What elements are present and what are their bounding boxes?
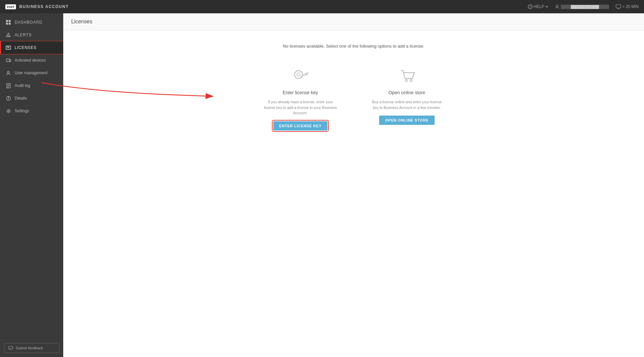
eset-logo: eset <box>5 4 16 9</box>
open-store-option: Open online store Buy a license online a… <box>370 65 444 125</box>
sidebar-item-user-management[interactable]: User management <box>0 67 63 79</box>
enter-license-title: Enter license key <box>283 90 318 95</box>
sidebar-item-label: Audit log <box>15 83 30 88</box>
svg-rect-5 <box>9 20 11 22</box>
user-icon <box>555 4 559 9</box>
sidebar-item-label: Details <box>15 96 27 101</box>
sidebar-item-details[interactable]: Details <box>0 92 63 105</box>
help-menu[interactable]: ? HELP <box>528 4 548 9</box>
sidebar-item-settings[interactable]: Settings <box>0 105 63 117</box>
svg-point-25 <box>295 71 303 79</box>
main-content: Licenses No licenses available. Select o… <box>63 13 644 357</box>
chevron-down-icon <box>545 5 548 8</box>
username-display: ████████████ <box>561 5 609 9</box>
svg-rect-14 <box>10 60 11 62</box>
sidebar-item-label: LICENSES <box>15 45 37 50</box>
content-body: No licenses available. Select one of the… <box>63 30 644 357</box>
enter-license-desc: If you already have a license, enter you… <box>264 99 337 116</box>
svg-rect-13 <box>6 59 10 62</box>
sidebar-item-audit-log[interactable]: Audit log <box>0 79 63 92</box>
sidebar-item-label: Activated devices <box>15 58 46 63</box>
info-icon <box>5 95 11 101</box>
sidebar-item-dashboard[interactable]: DASHBOARD <box>0 16 63 29</box>
cart-icon-container <box>397 65 417 85</box>
topbar: eset BUSINESS ACCOUNT ? HELP ███████████… <box>0 0 644 13</box>
sidebar: DASHBOARD ALERTS LICENSES <box>0 13 63 357</box>
svg-point-30 <box>405 80 407 82</box>
cart-icon <box>398 66 416 85</box>
topbar-left: eset BUSINESS ACCOUNT <box>5 4 69 9</box>
svg-point-31 <box>410 80 412 82</box>
svg-point-15 <box>7 71 9 73</box>
open-store-desc: Buy a license online and enter your lice… <box>370 99 444 110</box>
key-icon <box>291 66 310 85</box>
audit-log-icon <box>5 83 11 89</box>
submit-feedback-button[interactable]: Submit feedback <box>4 343 59 353</box>
key-icon-container <box>291 65 311 85</box>
open-online-store-button[interactable]: OPEN ONLINE STORE <box>379 116 434 125</box>
svg-rect-4 <box>6 20 8 22</box>
user-management-icon <box>5 70 11 76</box>
svg-point-23 <box>8 110 9 112</box>
svg-point-22 <box>8 97 8 97</box>
svg-point-26 <box>297 73 300 76</box>
alert-icon <box>5 32 11 38</box>
no-licenses-message: No licenses available. Select one of the… <box>283 44 424 49</box>
sidebar-item-label: DASHBOARD <box>15 20 42 25</box>
svg-point-2 <box>556 5 558 7</box>
svg-point-9 <box>8 36 9 37</box>
devices-icon <box>5 57 11 63</box>
app-title: BUSINESS ACCOUNT <box>19 4 69 9</box>
feedback-icon <box>8 346 13 350</box>
sidebar-item-licenses[interactable]: LICENSES <box>0 41 63 54</box>
sidebar-nav: DASHBOARD ALERTS LICENSES <box>0 13 63 339</box>
svg-rect-7 <box>9 23 11 25</box>
page-title: Licenses <box>71 19 92 24</box>
enter-license-option: Enter license key If you already have a … <box>264 65 337 131</box>
help-icon: ? <box>528 4 533 9</box>
svg-text:?: ? <box>529 5 531 9</box>
settings-icon <box>5 108 11 114</box>
svg-rect-3 <box>616 5 621 8</box>
grid-icon <box>5 19 11 25</box>
sidebar-item-alerts[interactable]: ALERTS <box>0 29 63 41</box>
sidebar-footer: Submit feedback <box>0 339 63 357</box>
svg-rect-24 <box>9 346 13 349</box>
session-timer: > 25 MIN <box>616 4 639 9</box>
open-store-title: Open online store <box>388 90 425 95</box>
sidebar-item-label: User management <box>15 71 48 75</box>
content-header: Licenses <box>63 13 644 30</box>
license-options: Enter license key If you already have a … <box>264 65 444 131</box>
sidebar-item-label: Settings <box>15 109 29 113</box>
sidebar-item-label: ALERTS <box>15 33 32 37</box>
monitor-icon <box>616 4 621 9</box>
sidebar-item-activated-devices[interactable]: Activated devices <box>0 54 63 67</box>
license-icon <box>5 45 11 51</box>
enter-license-key-button[interactable]: ENTER LICENSE KEY <box>273 121 327 131</box>
svg-rect-6 <box>6 23 8 25</box>
user-menu[interactable]: ████████████ <box>555 4 609 9</box>
topbar-right: ? HELP ████████████ > 25 MIN <box>528 4 639 9</box>
